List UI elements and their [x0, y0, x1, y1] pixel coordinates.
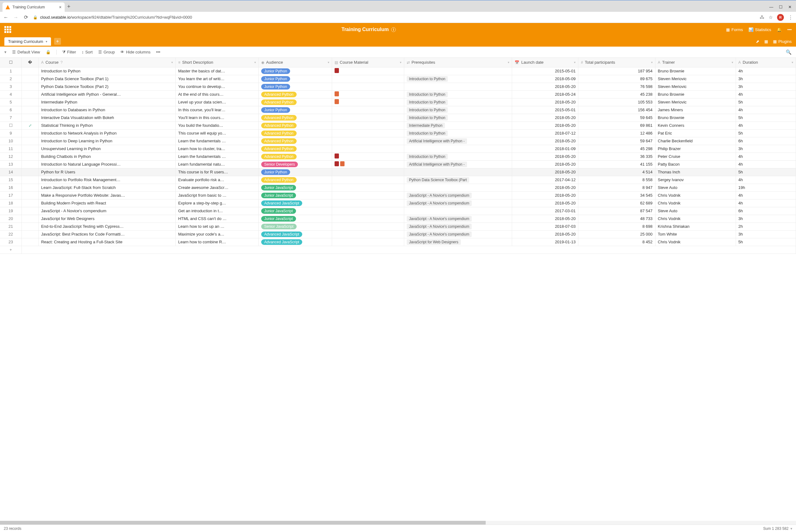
table-row[interactable]: 22JavaScript: Best Practices for Code Fo…: [0, 230, 796, 238]
row-index[interactable]: 3: [0, 83, 22, 91]
table-row[interactable]: 21End-to-End JavaScript Testing with Cyp…: [0, 223, 796, 230]
cell-desc[interactable]: This course is for R users…: [175, 168, 258, 176]
cell-material[interactable]: [332, 199, 404, 207]
table-row[interactable]: ☐⤢Statistical Thinking in PythonYou buil…: [0, 121, 796, 129]
cell-prereq[interactable]: JavaScript - A Novice's compendium: [404, 215, 512, 223]
new-tab-button[interactable]: +: [67, 3, 71, 12]
prereq-tag[interactable]: Introduction to Python: [407, 154, 448, 159]
cell-duration[interactable]: 3h: [736, 215, 796, 223]
prereq-tag[interactable]: JavaScript - A Novice's compendium: [407, 193, 472, 198]
cell-course[interactable]: Intermediate Python: [39, 98, 176, 106]
table-tab[interactable]: Training Curriculum▾: [4, 37, 51, 46]
cell-course[interactable]: Python for R Users: [39, 168, 176, 176]
cell-prereq[interactable]: Introduction to Python: [404, 106, 512, 114]
url-field[interactable]: 🔒 cloud.seatable.io/workspace/924/dtable…: [33, 15, 755, 20]
default-view[interactable]: ☰ Default View: [12, 50, 40, 54]
cell-course[interactable]: Introduction to Natural Language Process…: [39, 160, 176, 168]
row-index[interactable]: 20: [0, 215, 22, 223]
cell-duration[interactable]: 4h: [736, 176, 796, 184]
row-index[interactable]: 6: [0, 106, 22, 114]
cell-date[interactable]: 2018-07-12: [512, 129, 578, 137]
close-tab-icon[interactable]: ×: [59, 5, 61, 10]
cell-duration[interactable]: 5h: [736, 98, 796, 106]
back-button[interactable]: ←: [3, 15, 9, 20]
table-row[interactable]: 19JavaScript - A Novice's compendiumGet …: [0, 207, 796, 215]
cell-audience[interactable]: Advanced JavaScript: [258, 230, 332, 238]
cell-trainer[interactable]: Thonas Inch: [655, 168, 736, 176]
row-index[interactable]: 19: [0, 207, 22, 215]
select-all-checkbox[interactable]: ☐: [0, 58, 22, 67]
cell-prereq[interactable]: [404, 168, 512, 176]
table-row[interactable]: 4Artificial Intelligence with Python - G…: [0, 91, 796, 98]
cell-prereq[interactable]: [404, 67, 512, 75]
cell-duration[interactable]: 5h: [736, 168, 796, 176]
cell-course[interactable]: Statistical Thinking in Python: [39, 121, 176, 129]
col-course[interactable]: ACourse ?▾: [39, 58, 176, 67]
more-menu-icon[interactable]: •••: [787, 27, 792, 32]
cell-participants[interactable]: 69 861: [578, 121, 655, 129]
cell-date[interactable]: 2018-05-20: [512, 215, 578, 223]
cell-prereq[interactable]: Introduction to Python: [404, 153, 512, 160]
cell-prereq[interactable]: JavaScript - A Novice's compendium: [404, 191, 512, 199]
prereq-tag[interactable]: Introduction to Python: [407, 115, 448, 120]
cell-course[interactable]: Make a Responsive Portfolio Website: Jav…: [39, 191, 176, 199]
cell-material[interactable]: [332, 137, 404, 145]
row-index[interactable]: 21: [0, 223, 22, 230]
cell-material[interactable]: [332, 106, 404, 114]
toolbar-more-icon[interactable]: •••: [156, 50, 161, 54]
cell-date[interactable]: 2015-05-01: [512, 106, 578, 114]
row-index[interactable]: 14: [0, 168, 22, 176]
file-icon[interactable]: [335, 161, 339, 166]
cell-material[interactable]: [332, 168, 404, 176]
cell-prereq[interactable]: [404, 184, 512, 191]
cell-date[interactable]: 2018-05-20: [512, 230, 578, 238]
table-row[interactable]: 5Intermediate PythonLevel up your data s…: [0, 98, 796, 106]
cell-prereq[interactable]: [404, 207, 512, 215]
cell-trainer[interactable]: Chris Vodnik: [655, 238, 736, 246]
cell-trainer[interactable]: Steven Meriovic: [655, 98, 736, 106]
expand-row-icon[interactable]: ⤢: [29, 124, 32, 128]
cell-course[interactable]: Introduction to Python: [39, 67, 176, 75]
share-icon[interactable]: ⬈: [756, 39, 759, 44]
cell-audience[interactable]: Advanced Python: [258, 121, 332, 129]
cell-desc[interactable]: At the end of this cours…: [175, 91, 258, 98]
hide-columns-button[interactable]: 👁 Hide columns: [120, 50, 150, 54]
cell-prereq[interactable]: JavaScript - A Novice's compendium: [404, 230, 512, 238]
table-row[interactable]: 9Introduction to Network Analysis in Pyt…: [0, 129, 796, 137]
cell-date[interactable]: 2018-05-20: [512, 184, 578, 191]
cell-audience[interactable]: Advanced Python: [258, 176, 332, 184]
cell-course[interactable]: Introduction to Network Analysis in Pyth…: [39, 129, 176, 137]
apps-grid-icon[interactable]: [4, 26, 11, 33]
cell-duration[interactable]: 6h: [736, 207, 796, 215]
cell-desc[interactable]: JavaScript from basic to …: [175, 191, 258, 199]
cell-audience[interactable]: Junior Python: [258, 83, 332, 91]
cell-trainer[interactable]: Steven Meriovic: [655, 75, 736, 83]
cell-date[interactable]: 2018-05-20: [512, 160, 578, 168]
prereq-tag[interactable]: Python Data Science Toolbox (Part: [407, 177, 469, 183]
cell-audience[interactable]: Junior JavaScript: [258, 215, 332, 223]
minimize-icon[interactable]: —: [769, 5, 773, 9]
prereq-tag[interactable]: JavaScript for Web Designers: [407, 239, 461, 245]
cell-duration[interactable]: 4h: [736, 106, 796, 114]
table-row[interactable]: 15Introduction to Portfolio Risk Managem…: [0, 176, 796, 184]
cell-date[interactable]: 2018-05-20: [512, 168, 578, 176]
cell-participants[interactable]: 76 598: [578, 83, 655, 91]
prereq-tag[interactable]: Introduction to Python: [407, 92, 448, 97]
cell-prereq[interactable]: Introduction to Python: [404, 129, 512, 137]
cell-desc[interactable]: Learn how to cluster, tra…: [175, 145, 258, 153]
cell-material[interactable]: [332, 176, 404, 184]
cell-duration[interactable]: 5h: [736, 238, 796, 246]
row-index[interactable]: 10: [0, 137, 22, 145]
row-index[interactable]: 15: [0, 176, 22, 184]
cell-desc[interactable]: Learn how to combine R…: [175, 238, 258, 246]
cell-participants[interactable]: 105 553: [578, 98, 655, 106]
table-row[interactable]: 17Make a Responsive Portfolio Website: J…: [0, 191, 796, 199]
cell-desc[interactable]: Maximize your code's a…: [175, 230, 258, 238]
cell-date[interactable]: 2018-01-09: [512, 145, 578, 153]
row-index[interactable]: 18: [0, 199, 22, 207]
cell-duration[interactable]: 3h: [736, 83, 796, 91]
cell-audience[interactable]: Advanced Python: [258, 98, 332, 106]
cell-course[interactable]: Introduction to Deep Learning in Python: [39, 137, 176, 145]
table-row[interactable]: 13Introduction to Natural Language Proce…: [0, 160, 796, 168]
row-index[interactable]: 23: [0, 238, 22, 246]
